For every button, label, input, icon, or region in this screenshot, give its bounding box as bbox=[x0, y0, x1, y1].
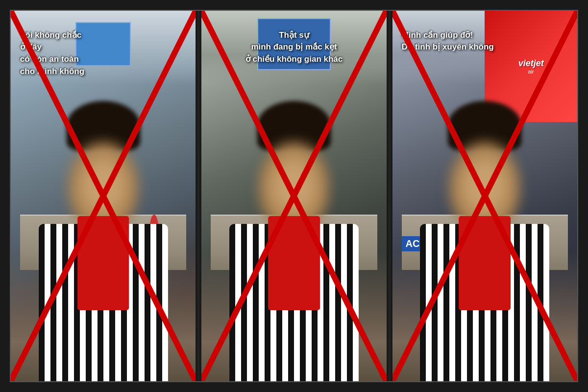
panel-left: Tôi không chắc ở đây có còn an toàn cho … bbox=[11, 11, 196, 381]
image-collage: Tôi không chắc ở đây có còn an toàn cho … bbox=[10, 10, 578, 382]
divider-center-right bbox=[389, 11, 391, 381]
caption-right: Mình cần giúp đỡ! Do tình bị xuyên không bbox=[402, 29, 568, 53]
scarf-right bbox=[459, 216, 511, 311]
shirt-center bbox=[229, 224, 359, 381]
shirt-left bbox=[39, 224, 168, 381]
caption-center: Thật sự mình đang bị mắc kẹt ở chiều khô… bbox=[220, 29, 368, 66]
shirt-right bbox=[420, 224, 549, 381]
panel-center: Thật sự mình đang bị mắc kẹt ở chiều khô… bbox=[201, 11, 386, 381]
caption-left: Tôi không chắc ở đây có còn an toàn cho … bbox=[20, 29, 187, 78]
scarf-center bbox=[268, 216, 320, 311]
person-left bbox=[11, 66, 196, 381]
main-container: Tôi không chắc ở đây có còn an toàn cho … bbox=[0, 0, 588, 392]
divider-left-center bbox=[197, 11, 199, 381]
scarf-left bbox=[77, 216, 129, 311]
person-right bbox=[392, 66, 577, 381]
person-center bbox=[201, 66, 386, 381]
panel-right: vietjet air AC Mình cần giúp đỡ! Do tình… bbox=[392, 11, 577, 381]
